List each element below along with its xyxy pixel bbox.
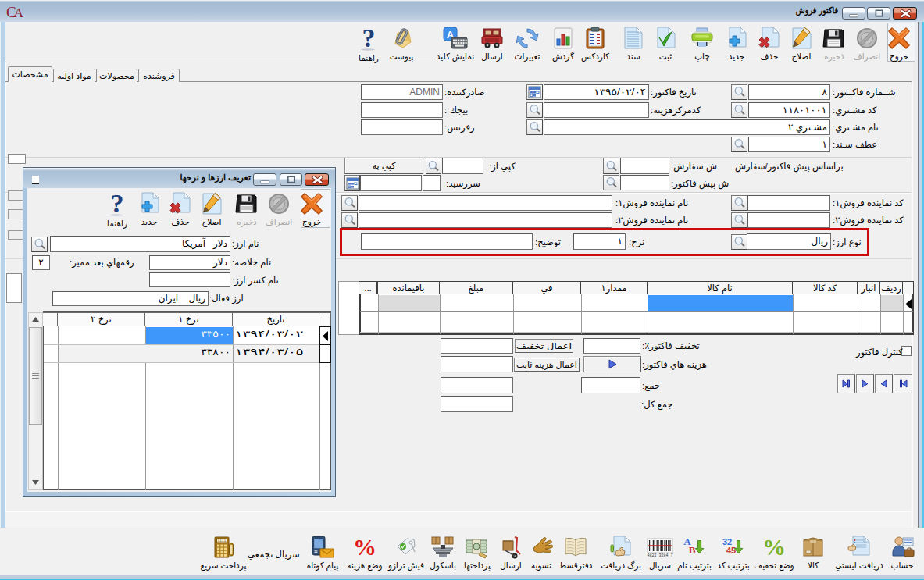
svg-text:1111: 1111 — [218, 539, 227, 543]
svg-text:?: ? — [362, 27, 376, 52]
svg-text:45: 45 — [726, 546, 736, 555]
svg-text:B: B — [689, 544, 696, 556]
svg-text:%: % — [353, 536, 376, 559]
svg-text:?: ? — [111, 192, 124, 217]
